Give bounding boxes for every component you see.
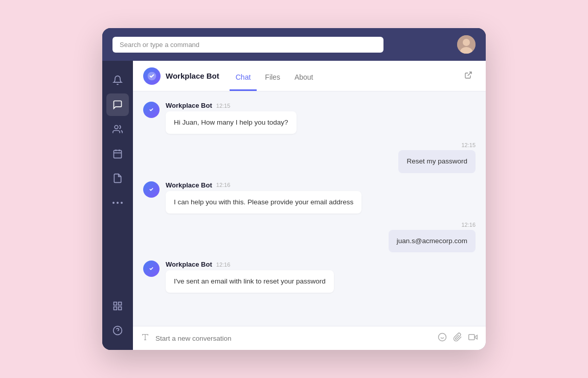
bell-icon[interactable] <box>106 69 129 91</box>
svg-rect-12 <box>119 302 122 305</box>
user-message-1: 12:15 Reset my password <box>143 142 476 173</box>
svg-point-21 <box>439 334 446 341</box>
user-msg-time: 12:15 <box>461 142 476 148</box>
msg-bubble: I've sent an email with link to reset yo… <box>166 270 334 293</box>
user-message-2: 12:16 juan.s@acmecorp.com <box>143 222 476 252</box>
svg-rect-14 <box>119 307 122 310</box>
sidebar <box>102 61 133 350</box>
msg-sender: Workplace Bot <box>166 102 212 109</box>
input-actions <box>438 333 478 344</box>
format-icon[interactable] <box>141 333 149 343</box>
bot-avatar <box>143 102 160 118</box>
svg-point-9 <box>117 202 119 204</box>
msg-time: 12:16 <box>216 262 231 268</box>
file-icon[interactable] <box>106 167 129 190</box>
more-icon[interactable] <box>106 192 129 214</box>
tab-files[interactable]: Files <box>259 64 286 91</box>
search-box[interactable]: Search or type a command <box>112 37 383 53</box>
chat-nav-icon[interactable] <box>106 93 129 116</box>
svg-rect-11 <box>114 302 117 305</box>
help-icon[interactable] <box>106 319 129 342</box>
msg-sender: Workplace Bot <box>166 181 212 189</box>
msg-time: 12:16 <box>216 182 231 188</box>
calendar-icon[interactable] <box>106 143 129 165</box>
svg-point-8 <box>112 202 115 204</box>
chat-input[interactable] <box>155 335 432 342</box>
msg-sender: Workplace Bot <box>166 261 212 268</box>
app-window: Search or type a command <box>102 28 486 350</box>
msg-bubble: Hi Juan, How many I help you today? <box>166 111 297 134</box>
bot-logo <box>143 67 161 85</box>
msg-meta: Workplace Bot 12:16 <box>166 261 334 268</box>
svg-point-10 <box>121 202 123 204</box>
attach-icon[interactable] <box>453 333 462 344</box>
msg-meta: Workplace Bot 12:15 <box>166 102 297 109</box>
svg-point-1 <box>463 39 470 46</box>
bot-avatar <box>143 181 160 198</box>
svg-rect-4 <box>114 150 122 158</box>
svg-rect-25 <box>469 335 474 340</box>
bot-title: Workplace Bot <box>143 67 219 85</box>
video-icon[interactable] <box>468 333 478 344</box>
svg-marker-24 <box>474 335 477 339</box>
message-row: Workplace Bot 12:16 I can help you with … <box>143 181 476 214</box>
user-msg-bubble: juan.s@acmecorp.com <box>389 230 476 252</box>
input-area <box>133 326 486 350</box>
tab-about[interactable]: About <box>288 64 320 91</box>
svg-line-18 <box>468 72 471 76</box>
svg-rect-13 <box>114 307 117 310</box>
user-msg-time: 12:16 <box>461 222 476 228</box>
sidebar-bottom <box>106 295 129 342</box>
team-icon[interactable] <box>106 118 129 140</box>
messages-container: Workplace Bot 12:15 Hi Juan, How many I … <box>133 91 486 326</box>
user-msg-bubble: Reset my password <box>398 150 476 173</box>
svg-point-3 <box>115 126 118 129</box>
chat-header: Workplace Bot Chat Files About <box>133 61 486 91</box>
bot-message-2: Workplace Bot 12:16 I can help you with … <box>166 181 361 214</box>
top-bar: Search or type a command <box>102 28 486 61</box>
bot-message-1: Workplace Bot 12:15 Hi Juan, How many I … <box>166 102 297 134</box>
msg-bubble: I can help you with this. Please provide… <box>166 191 361 214</box>
main-content: Workplace Bot Chat Files About <box>102 61 486 350</box>
tab-chat[interactable]: Chat <box>230 64 257 91</box>
chat-area: Workplace Bot Chat Files About <box>133 61 486 350</box>
message-row: Workplace Bot 12:15 Hi Juan, How many I … <box>143 102 476 134</box>
tabs: Chat Files About <box>230 61 320 91</box>
msg-time: 12:15 <box>216 103 231 109</box>
bot-message-3: Workplace Bot 12:16 I've sent an email w… <box>166 261 334 293</box>
user-avatar[interactable] <box>457 35 476 54</box>
apps-icon[interactable] <box>106 295 129 317</box>
external-link-icon[interactable] <box>461 68 476 84</box>
msg-meta: Workplace Bot 12:16 <box>166 181 361 189</box>
message-row: Workplace Bot 12:16 I've sent an email w… <box>143 261 476 293</box>
bot-name: Workplace Bot <box>166 72 219 80</box>
bot-avatar <box>143 261 160 277</box>
emoji-icon[interactable] <box>438 333 447 344</box>
